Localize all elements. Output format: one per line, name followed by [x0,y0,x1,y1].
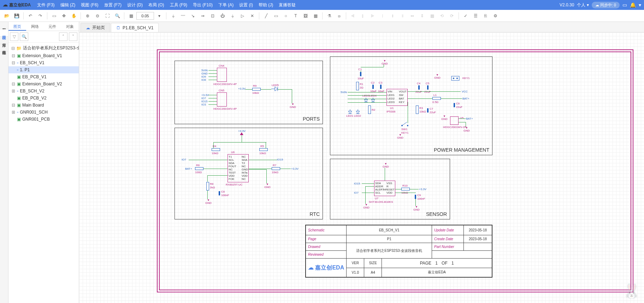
c2[interactable] [372,85,374,89]
tab-p1-schematic[interactable]: 🗒P1.EB_SCH_V1 [111,23,159,32]
menu-export[interactable]: 导出 (F10) [190,0,215,10]
rail-all-projects[interactable]: 所有工程 [0,22,8,29]
r7[interactable] [272,167,280,170]
r1[interactable] [356,82,359,90]
tree-eb-pcb-v2[interactable]: ▣EB_PCB_V2 [8,95,79,102]
filter-button[interactable]: ▽ [10,32,18,41]
menu-place[interactable]: 放置 (F7) [101,0,124,10]
distrib-v-icon[interactable]: ⇕ [418,11,427,20]
tree-ext-board-v2[interactable]: ⊟▣Extension_Board_V2 [8,80,79,87]
place-rect-icon[interactable]: ▭ [271,11,280,20]
align-left-icon[interactable]: ⫷ [348,11,358,20]
schematic-canvas[interactable]: PORTS CN4 HDGC2001WV-4P 5VIN GND IO9 IO8… [79,32,644,303]
zoom-out-icon[interactable]: ⊖ [93,11,102,20]
r4[interactable] [212,148,220,151]
c3[interactable] [380,85,382,89]
rail-device-std[interactable]: 器件标准化 [0,44,8,51]
r6[interactable] [195,167,203,170]
move-icon[interactable]: ✥ [59,11,69,20]
r3[interactable] [416,105,419,114]
bom-icon[interactable]: ☰ [471,11,480,20]
c9[interactable] [415,195,416,199]
menu-order[interactable]: 下单 (A) [215,0,236,10]
tree-eb-sch-v2[interactable]: ⊞▫EB_SCH_V2 [8,87,79,95]
account-dropdown[interactable]: 个人 ▾ [577,2,589,8]
sync-badge[interactable]: ☁ 同步中: 0 [592,2,620,8]
menu-help[interactable]: 帮助 (J) [256,0,276,10]
c1[interactable] [360,72,361,76]
zoom-fit-icon[interactable]: ⛶ [103,11,112,20]
place-noerc-icon[interactable]: ✕ [248,11,257,20]
menu-tools[interactable]: 工具 (F9) [167,0,190,10]
save-icon[interactable]: 💾 [12,11,21,20]
led1-sym[interactable] [348,109,353,114]
distrib-h-icon[interactable]: ⇔ [408,11,417,20]
netlist-icon[interactable]: ⎘ [481,11,490,20]
redo-icon[interactable]: ↷ [36,11,45,20]
rail-common-lib[interactable]: 常用库 [0,37,8,44]
menu-live[interactable]: 直播答疑 [276,0,299,10]
zoom-dropdown-icon[interactable]: ▾ [155,11,164,20]
tree-ext-board-v1[interactable]: ⊟▣Extension_Board_V1 [8,52,79,59]
place-port-icon[interactable]: ▷ [238,11,247,20]
zoom-in-icon[interactable]: ⊕ [83,11,92,20]
place-power-icon[interactable]: ⏻ [218,11,227,20]
bell-icon[interactable]: 🔔 [630,2,636,8]
menu-view[interactable]: 视图 (F6) [78,0,101,10]
align-grid-icon[interactable]: ▦ [427,11,437,20]
search-button[interactable]: 🔍 [20,32,28,41]
zoom-input[interactable] [136,12,154,20]
collapse-down-button[interactable]: ˅ [69,32,77,41]
place-net-icon[interactable]: ↘ [188,11,197,20]
r10[interactable] [401,188,410,190]
c5[interactable] [427,85,429,90]
cn5-connector[interactable] [217,92,227,107]
menu-edit[interactable]: 编辑 (Z) [58,0,78,10]
cross-probe-icon[interactable]: ⎄ [335,11,344,20]
menu-layout[interactable]: 布局 (O) [146,0,167,10]
r9[interactable] [252,88,261,91]
grid-icon[interactable]: ▦ [126,11,136,20]
tree-project-root[interactable]: ⊟📁适合初学者系列之ESP32S3-全波段 [8,44,79,52]
collapse-up-button[interactable]: ˄ [59,32,67,41]
config-icon[interactable]: ⚙ [491,11,500,20]
select-icon[interactable]: ▭ [49,11,59,20]
c8[interactable] [219,191,220,195]
tab-components[interactable]: 元件 [44,22,61,31]
flag-icon[interactable]: ▭ [622,2,627,8]
rotate-l-icon[interactable]: ⟲ [437,11,447,20]
place-wire-icon[interactable]: ⏚ [169,11,178,20]
menu-design[interactable]: 设计 (D) [124,0,146,10]
place-junction-icon[interactable]: ⊡ [208,11,217,20]
place-line-icon[interactable]: ╱ [261,11,271,20]
drc-icon[interactable]: ✓ [461,11,470,20]
place-table-icon[interactable]: ▦ [311,11,320,20]
tab-pages[interactable]: 图页 [8,22,26,31]
zoom-region-icon[interactable]: 🔍 [113,11,122,20]
align-bottom-icon[interactable]: ⫴ [398,11,407,20]
r8[interactable] [206,182,209,190]
place-image-icon[interactable]: 🖼 [301,11,310,20]
align-top-icon[interactable]: ⫶ [378,11,387,20]
align-right-icon[interactable]: ⫸ [368,11,377,20]
filter-icon[interactable]: ⚗ [325,11,334,20]
tree-eb-sch-v1[interactable]: ⊟▫EB_SCH_V1 [8,59,79,66]
c4[interactable] [418,85,420,90]
rail-project-design[interactable]: 工程设计 [0,29,8,37]
tab-objects[interactable]: 对象 [61,22,79,31]
align-mid-icon[interactable]: ⫵ [388,11,397,20]
rotate-r-icon[interactable]: ⟳ [447,11,456,20]
place-text-icon[interactable]: T [291,11,300,20]
menu-settings[interactable]: 设置 (I) [236,0,256,10]
r5[interactable] [259,148,268,151]
pan-icon[interactable]: ✋ [69,11,78,20]
place-circle-icon[interactable]: ○ [281,11,290,20]
place-gnd-icon[interactable]: ⏚ [228,11,237,20]
tree-eb-pcb-v1[interactable]: ▣EB_PCB_V1 [8,73,79,80]
r2[interactable] [368,105,371,114]
menu-file[interactable]: 文件 (F3) [34,0,57,10]
cn4-connector[interactable] [217,68,227,82]
dropdown-icon[interactable]: ▾ [639,2,641,8]
place-resistor-icon[interactable]: 〰 [178,11,188,20]
u5-connector[interactable] [450,116,459,125]
